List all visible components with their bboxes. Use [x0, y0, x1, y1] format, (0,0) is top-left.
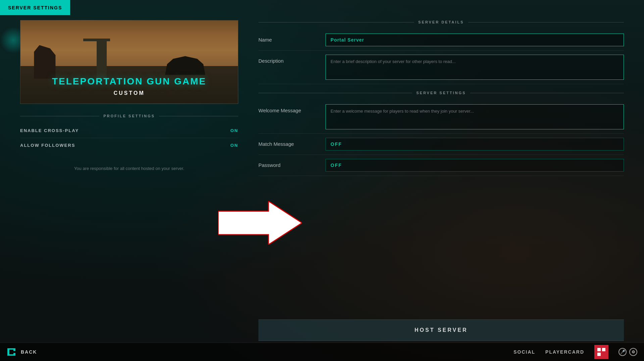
- profile-section-label: PROFILE SETTINGS: [103, 114, 155, 118]
- server-settings-tab[interactable]: SERVER SETTINGS: [0, 0, 70, 15]
- profile-settings: PROFILE SETTINGS ENABLE CROSS-PLAY ON AL…: [20, 114, 238, 153]
- arrow-annotation: [218, 201, 302, 246]
- back-label: BACK: [21, 349, 37, 355]
- bottom-nav: BACK SOCIAL PLAYERCARD 🎤 ⚙: [0, 343, 644, 361]
- description-label: Description: [258, 55, 319, 64]
- tab-label: SERVER SETTINGS: [8, 5, 62, 10]
- server-settings-section: SERVER SETTINGS Welcome Message Match Me…: [258, 91, 624, 313]
- game-thumbnail: TELEPORTATION GUN GAME CUSTOM: [20, 20, 238, 104]
- match-label: Match Message: [258, 138, 319, 147]
- nav-right: SOCIAL PLAYERCARD 🎤 ⚙: [513, 345, 637, 359]
- followers-row: ALLOW FOLLOWERS ON: [20, 138, 238, 153]
- svg-marker-0: [218, 201, 302, 245]
- svg-marker-1: [7, 348, 15, 356]
- back-button[interactable]: BACK: [7, 347, 37, 357]
- welcome-field-row: Welcome Message: [258, 100, 624, 134]
- welcome-input[interactable]: [326, 104, 624, 129]
- player-avatar[interactable]: [594, 345, 608, 359]
- password-label: Password: [258, 159, 319, 168]
- microphone-icon[interactable]: 🎤: [618, 348, 627, 356]
- name-field-row: Name: [258, 29, 624, 51]
- crossplay-label: ENABLE CROSS-PLAY: [20, 128, 79, 133]
- server-details-section: SERVER DETAILS Name Description: [258, 20, 624, 84]
- svg-rect-3: [602, 348, 605, 351]
- host-server-button[interactable]: HOST SERVER: [258, 319, 624, 341]
- match-field-row: Match Message OFF: [258, 134, 624, 155]
- server-details-divider: SERVER DETAILS: [258, 20, 624, 24]
- description-input[interactable]: [326, 55, 624, 80]
- playercard-button[interactable]: PLAYERCARD: [545, 349, 584, 355]
- settings-divider-right: [470, 93, 624, 93]
- name-input[interactable]: [326, 34, 624, 46]
- crossplay-toggle[interactable]: ON: [231, 128, 239, 133]
- server-details-label: SERVER DETAILS: [418, 20, 464, 24]
- followers-label: ALLOW FOLLOWERS: [20, 143, 75, 148]
- profile-section-divider: PROFILE SETTINGS: [20, 114, 238, 118]
- right-panel: SERVER DETAILS Name Description SERVER S…: [258, 20, 624, 341]
- details-divider-right: [468, 22, 624, 22]
- description-field-row: Description: [258, 51, 624, 84]
- crossplay-row: ENABLE CROSS-PLAY ON: [20, 123, 238, 138]
- server-settings-label: SERVER SETTINGS: [416, 91, 466, 95]
- svg-rect-2: [597, 348, 601, 351]
- svg-rect-5: [602, 353, 605, 356]
- match-value: OFF: [331, 141, 342, 147]
- followers-toggle[interactable]: ON: [231, 143, 239, 148]
- nav-icons: 🎤 ⚙: [618, 348, 637, 356]
- svg-rect-4: [597, 353, 601, 356]
- social-button[interactable]: SOCIAL: [513, 349, 535, 355]
- details-divider-left: [258, 22, 414, 22]
- game-subtitle: CUSTOM: [20, 90, 238, 96]
- welcome-label: Welcome Message: [258, 104, 319, 113]
- divider-line-left: [20, 116, 99, 116]
- left-panel: TELEPORTATION GUN GAME CUSTOM PROFILE SE…: [20, 20, 238, 341]
- disclaimer: You are responsible for all content host…: [20, 166, 238, 171]
- password-value: OFF: [331, 163, 342, 168]
- settings-divider-left: [258, 93, 412, 93]
- back-icon: [7, 347, 17, 357]
- server-settings-divider: SERVER SETTINGS: [258, 91, 624, 95]
- host-button-label: HOST SERVER: [414, 327, 467, 333]
- game-title: TELEPORTATION GUN GAME: [20, 76, 238, 87]
- main-content: TELEPORTATION GUN GAME CUSTOM PROFILE SE…: [20, 20, 624, 341]
- password-toggle[interactable]: OFF: [326, 159, 624, 172]
- arrow-svg: [218, 201, 302, 245]
- password-field-row: Password OFF: [258, 155, 624, 176]
- name-label: Name: [258, 34, 319, 43]
- settings-icon[interactable]: ⚙: [629, 348, 637, 356]
- avatar-icon: [597, 347, 606, 357]
- header-bar: SERVER SETTINGS: [0, 0, 644, 15]
- divider-line-right: [159, 116, 238, 116]
- match-toggle[interactable]: OFF: [326, 138, 624, 151]
